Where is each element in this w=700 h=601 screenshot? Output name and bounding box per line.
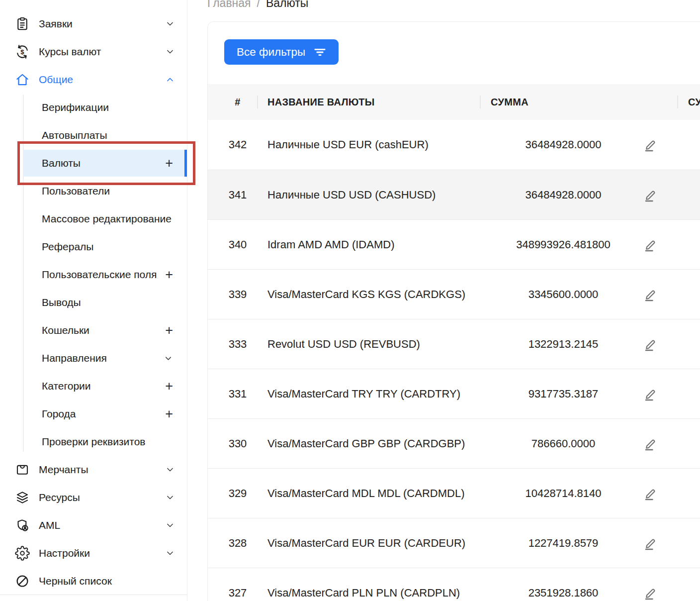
sidebar-subitem[interactable]: Кошельки + — [0, 316, 187, 344]
table-row[interactable]: 330 Visa/MasterCard GBP GBP (CARDGBP) 78… — [208, 418, 700, 468]
table-row[interactable]: 341 Наличные USD USD (CASHUSD) 36484928.… — [208, 170, 700, 219]
sidebar-subitem-label: Массовое редактирование — [42, 213, 172, 225]
table-row[interactable]: 333 Revolut USD USD (REVBUSD) 1322913.21… — [208, 319, 700, 369]
plus-icon[interactable]: + — [165, 157, 173, 170]
row-number: 328 — [218, 537, 258, 550]
sidebar-subitem[interactable]: Направления — [0, 344, 187, 372]
table-row[interactable]: 327 Visa/MasterCard PLN PLN (CARDPLN) 23… — [208, 568, 700, 601]
gear-icon — [15, 546, 31, 561]
breadcrumb-separator: / — [257, 0, 260, 9]
table-row[interactable]: 339 Visa/MasterCard KGS KGS (CARDKGS) 33… — [208, 269, 700, 319]
sidebar-subitem[interactable]: Проверки реквизитов — [0, 428, 187, 456]
sidebar-subitem-label: Валюты — [42, 157, 81, 169]
sidebar-item-requests[interactable]: Заявки — [0, 10, 187, 38]
plus-icon[interactable]: + — [165, 324, 173, 337]
sidebar-subitem-label: Кошельки — [42, 324, 89, 336]
table-row[interactable]: 328 Visa/MasterCard EUR EUR (CARDEUR) 12… — [208, 518, 700, 568]
table-body: 342 Наличные USD EUR (cashEUR) 36484928.… — [208, 120, 700, 601]
chevron-down-icon[interactable] — [165, 465, 175, 475]
breadcrumb-current: Валюты — [266, 0, 308, 9]
clipboard-icon — [15, 16, 31, 31]
chevron-up-icon[interactable] — [165, 75, 175, 85]
row-number: 331 — [218, 388, 258, 401]
sidebar-item-settings[interactable]: Настройки — [0, 539, 187, 567]
row-number: 329 — [218, 487, 258, 500]
chevron-down-icon[interactable] — [165, 520, 175, 530]
sidebar-subitem[interactable]: Пользовательские поля + — [0, 261, 187, 289]
wallet-icon — [15, 462, 31, 477]
currency-name: Наличные USD USD (CASHUSD) — [267, 189, 436, 201]
edit-button[interactable] — [636, 181, 664, 209]
shield-user-icon — [15, 518, 31, 533]
sidebar-divider — [0, 595, 187, 595]
edit-button[interactable] — [636, 131, 664, 159]
sidebar-list: Заявки $ Курсы валют — [0, 0, 187, 595]
sidebar-item-blacklist[interactable]: Черный список — [0, 567, 187, 595]
edit-button[interactable] — [636, 579, 664, 601]
breadcrumb-home[interactable]: Главная — [207, 0, 251, 9]
home-icon — [15, 72, 31, 87]
all-filters-label: Все фильтры — [237, 46, 305, 59]
column-header-amount2-truncated[interactable]: СУ — [688, 97, 700, 108]
chevron-down-icon[interactable] — [165, 548, 175, 558]
sidebar-subitem[interactable]: Выводы — [0, 289, 187, 316]
table-header: # НАЗВАНИЕ ВАЛЮТЫ СУММА СУ — [208, 84, 700, 120]
table-row[interactable]: 340 Idram AMD AMD (IDAMD) 348993926.4818… — [208, 219, 700, 269]
sidebar: Заявки $ Курсы валют — [0, 0, 187, 601]
sidebar-item-merchants[interactable]: Мерчанты — [0, 456, 187, 484]
sidebar-subitem[interactable]: Категории + — [0, 372, 187, 400]
edit-button[interactable] — [636, 480, 664, 507]
chevron-down-icon[interactable] — [165, 493, 175, 502]
edit-button[interactable] — [636, 380, 664, 408]
edit-button[interactable] — [636, 529, 664, 557]
sidebar-subitem[interactable]: Верификации — [0, 94, 187, 121]
sidebar-item-aml[interactable]: AML — [0, 511, 187, 539]
column-divider — [480, 96, 481, 108]
plus-icon[interactable]: + — [165, 407, 173, 421]
column-divider — [257, 96, 258, 108]
edit-button[interactable] — [636, 430, 664, 458]
sidebar-subitem-label: Рефералы — [42, 241, 93, 253]
edit-button[interactable] — [636, 231, 664, 259]
row-number: 330 — [218, 437, 258, 450]
sidebar-subitem[interactable]: Пользователи — [0, 177, 187, 205]
ban-icon — [15, 574, 31, 589]
sidebar-item-resources[interactable]: Ресурсы — [0, 484, 187, 511]
row-number: 341 — [218, 189, 258, 201]
sidebar-item-label: Курсы валют — [39, 46, 165, 58]
table-row[interactable]: 329 Visa/MasterCard MDL MDL (CARDMDL) 10… — [208, 468, 700, 518]
table-row[interactable]: 331 Visa/MasterCard TRY TRY (CARDTRY) 93… — [208, 369, 700, 418]
row-number: 342 — [218, 138, 258, 151]
sidebar-subitem[interactable]: Автовыплаты — [0, 121, 187, 149]
column-header-number[interactable]: # — [218, 97, 258, 108]
plus-icon[interactable]: + — [165, 380, 173, 393]
column-header-amount[interactable]: СУММА — [491, 97, 528, 108]
column-header-currency-name[interactable]: НАЗВАНИЕ ВАЛЮТЫ — [267, 97, 375, 108]
sidebar-item-general[interactable]: Общие — [0, 66, 187, 94]
table-row[interactable]: 342 Наличные USD EUR (cashEUR) 36484928.… — [208, 120, 700, 170]
currency-name: Idram AMD AMD (IDAMD) — [267, 238, 394, 251]
chevron-down-icon[interactable] — [164, 354, 173, 363]
edit-button[interactable] — [636, 330, 664, 358]
chevron-down-icon[interactable] — [165, 47, 175, 57]
chevron-down-icon[interactable] — [165, 19, 175, 29]
sidebar-subitem[interactable]: Рефералы — [0, 233, 187, 261]
sidebar-subitem-label: Проверки реквизитов — [42, 436, 146, 448]
sidebar-subitem-label: Автовыплаты — [42, 129, 107, 141]
currency-exchange-icon: $ — [15, 44, 31, 59]
layers-icon — [15, 490, 31, 505]
currency-name: Наличные USD EUR (cashEUR) — [267, 138, 429, 151]
sidebar-item-label: Заявки — [39, 18, 165, 30]
sidebar-item-exchange-rates[interactable]: $ Курсы валют — [0, 38, 187, 66]
sidebar-subitem-label: Верификации — [42, 101, 109, 113]
filter-icon — [314, 47, 326, 57]
breadcrumb: Главная/Валюты — [207, 0, 308, 10]
sidebar-submenu: Верификации Автовыплаты Валюты + Пользов… — [0, 94, 187, 456]
plus-icon[interactable]: + — [165, 268, 173, 282]
all-filters-button[interactable]: Все фильтры — [224, 39, 339, 65]
sidebar-subitem[interactable]: Массовое редактирование — [0, 205, 187, 233]
edit-button[interactable] — [636, 281, 664, 308]
sidebar-subitem[interactable]: Валюты + — [0, 149, 187, 177]
sidebar-subitem[interactable]: Города + — [0, 400, 187, 428]
sidebar-subitem-label: Направления — [42, 352, 107, 364]
